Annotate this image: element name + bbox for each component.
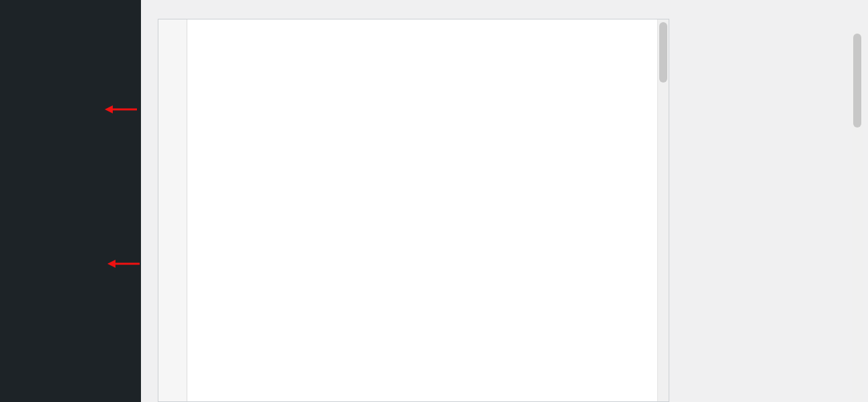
editor-scrollbar[interactable] [657,19,669,401]
code-editor[interactable] [158,19,669,402]
selected-file-heading [158,0,868,19]
theme-files-panel [669,19,868,402]
line-numbers [158,19,187,401]
svg-marker-3 [107,260,115,268]
svg-marker-1 [105,105,113,113]
code-content[interactable] [187,19,657,401]
main-column [141,0,868,402]
annotation-arrow [107,260,140,267]
annotation-arrow [105,106,137,113]
admin-sidebar [0,0,141,402]
filelist-scrollbar[interactable] [852,31,863,402]
